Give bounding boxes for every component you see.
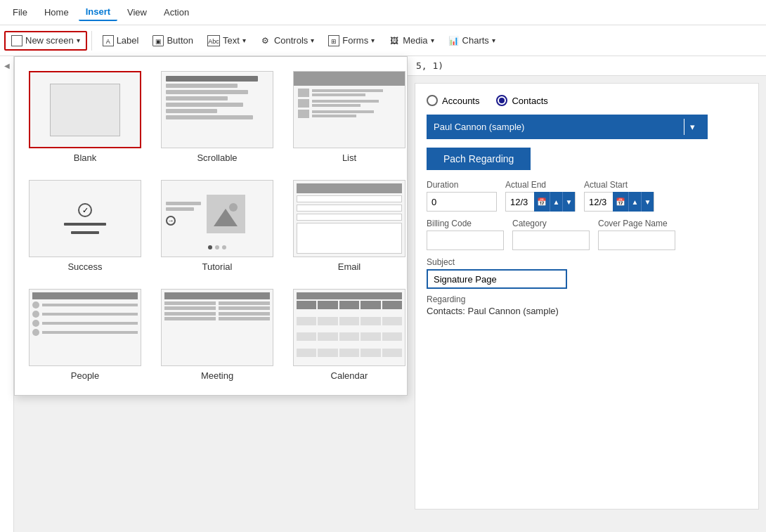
charts-button[interactable]: 📊 Charts ▾ <box>442 32 502 50</box>
form-row-1: Duration Actual End 📅 ▲ ▼ Actual St <box>427 180 747 212</box>
regarding-label: Regarding <box>427 294 747 304</box>
screen-label-calendar: Calendar <box>331 370 368 381</box>
subject-field: Subject <box>427 257 747 289</box>
actual-end-field: Actual End 📅 ▲ ▼ <box>505 180 576 212</box>
actual-start-date-input: 📅 ▲ ▼ <box>584 192 654 212</box>
actual-start-time-down[interactable]: ▼ <box>641 192 654 212</box>
subject-input[interactable] <box>427 269 567 289</box>
menu-bar: File Home Insert View Action <box>0 0 766 25</box>
contact-dropdown[interactable]: Paul Cannon (sample) ▾ <box>427 115 708 139</box>
actual-end-calendar-icon[interactable]: 📅 <box>534 192 550 212</box>
screen-label-tutorial: Tutorial <box>202 261 233 272</box>
new-screen-label: New screen <box>25 35 74 46</box>
actual-end-date-input: 📅 ▲ ▼ <box>505 192 576 212</box>
actual-start-label: Actual Start <box>584 180 654 190</box>
screen-thumb-list <box>293 71 405 148</box>
list-preview <box>294 72 405 148</box>
screen-grid: Blank Scrollable <box>26 68 396 384</box>
main-area: ◀ Blank <box>0 56 766 532</box>
screen-template-meeting[interactable]: Meeting <box>158 286 276 384</box>
label-button[interactable]: A Label <box>96 32 145 50</box>
people-preview <box>30 290 141 365</box>
success-check-icon: ✓ <box>78 203 92 217</box>
button-button[interactable]: ▣ Button <box>146 32 200 50</box>
screen-template-success[interactable]: ✓ Success <box>26 177 144 275</box>
button-icon: ▣ <box>152 35 164 46</box>
screen-label-meeting: Meeting <box>201 370 233 381</box>
screen-template-calendar[interactable]: Calendar <box>290 286 408 384</box>
menu-home[interactable]: Home <box>37 4 76 20</box>
screen-template-people[interactable]: People <box>26 286 144 384</box>
app-canvas: Accounts Contacts Paul Cannon (sample) ▾… <box>415 83 759 510</box>
media-icon: 🖼 <box>389 35 400 46</box>
sidebar-expand-icon[interactable]: ◀ <box>4 62 10 70</box>
radio-group: Accounts Contacts <box>427 95 747 106</box>
form-content: Accounts Contacts Paul Cannon (sample) ▾… <box>415 84 758 327</box>
category-field: Category <box>512 219 590 250</box>
text-button[interactable]: Abc Text ▾ <box>201 32 252 50</box>
menu-view[interactable]: View <box>120 4 154 20</box>
meeting-preview <box>162 290 273 365</box>
actual-end-time-up[interactable]: ▲ <box>550 192 562 212</box>
billing-code-label: Billing Code <box>427 219 504 228</box>
screen-thumb-email <box>293 180 405 257</box>
scrollable-preview <box>162 72 273 148</box>
actual-end-time-down[interactable]: ▼ <box>562 192 575 212</box>
actual-start-calendar-icon[interactable]: 📅 <box>613 192 628 212</box>
screen-label-email: Email <box>338 261 361 272</box>
screen-thumb-calendar <box>293 289 405 366</box>
new-screen-button[interactable]: New screen ▾ <box>4 31 87 51</box>
cover-page-input[interactable] <box>598 231 675 250</box>
radio-accounts[interactable]: Accounts <box>427 95 479 106</box>
forms-icon: ⊞ <box>328 35 339 46</box>
cover-page-field: Cover Page Name <box>598 219 675 250</box>
svg-point-2 <box>229 203 238 212</box>
screen-template-email[interactable]: Email <box>290 177 408 275</box>
radio-label-contacts: Contacts <box>512 96 547 106</box>
duration-input[interactable] <box>427 192 497 212</box>
dropdown-value: Paul Cannon (sample) <box>434 122 524 132</box>
text-icon: Abc <box>207 35 220 46</box>
new-screen-dropdown: Blank Scrollable <box>14 56 408 396</box>
forms-button[interactable]: ⊞ Forms ▾ <box>322 32 381 50</box>
pach-regarding-button[interactable]: Pach Regarding <box>427 148 531 170</box>
billing-code-input[interactable] <box>427 231 504 250</box>
menu-file[interactable]: File <box>6 4 34 20</box>
radio-contacts[interactable]: Contacts <box>496 95 547 106</box>
email-preview <box>294 181 405 257</box>
radio-label-accounts: Accounts <box>442 96 479 106</box>
screen-template-list[interactable]: List <box>290 68 408 166</box>
cover-page-label: Cover Page Name <box>598 219 675 228</box>
screen-template-tutorial[interactable]: → <box>158 177 276 275</box>
formula-content: 5, 1) <box>416 60 443 71</box>
category-input[interactable] <box>512 231 590 250</box>
screen-label-scrollable: Scrollable <box>197 153 237 163</box>
billing-code-field: Billing Code <box>427 219 504 250</box>
screen-label-blank: Blank <box>74 153 97 163</box>
screen-template-blank[interactable]: Blank <box>26 68 144 166</box>
actual-end-text[interactable] <box>506 194 534 210</box>
text-chevron-icon: ▾ <box>242 37 246 44</box>
regarding-value: Contacts: Paul Cannon (sample) <box>427 306 747 316</box>
controls-button[interactable]: ⚙ Controls ▾ <box>254 32 320 50</box>
toolbar: New screen ▾ A Label ▣ Button Abc Text ▾… <box>0 25 766 56</box>
media-button[interactable]: 🖼 Media ▾ <box>382 32 440 50</box>
controls-chevron-icon: ▾ <box>311 37 314 44</box>
screen-template-scrollable[interactable]: Scrollable <box>158 68 276 166</box>
label-icon: A <box>103 35 114 46</box>
menu-action[interactable]: Action <box>157 4 196 20</box>
charts-icon: 📊 <box>448 35 460 46</box>
toolbar-separator-1 <box>91 31 92 51</box>
category-label: Category <box>512 219 590 228</box>
menu-insert[interactable]: Insert <box>79 4 117 21</box>
actual-start-field: Actual Start 📅 ▲ ▼ <box>584 180 654 212</box>
dropdown-arrow-icon[interactable]: ▾ <box>684 119 701 135</box>
actual-start-time-up[interactable]: ▲ <box>628 192 641 212</box>
formula-bar: 5, 1) <box>408 56 766 76</box>
form-row-2: Billing Code Category Cover Page Name <box>427 219 747 250</box>
screen-label-people: People <box>71 370 99 381</box>
actual-start-text[interactable] <box>585 194 613 210</box>
blank-preview <box>50 84 120 136</box>
new-screen-icon <box>11 35 22 46</box>
tutorial-preview: → <box>162 181 273 257</box>
